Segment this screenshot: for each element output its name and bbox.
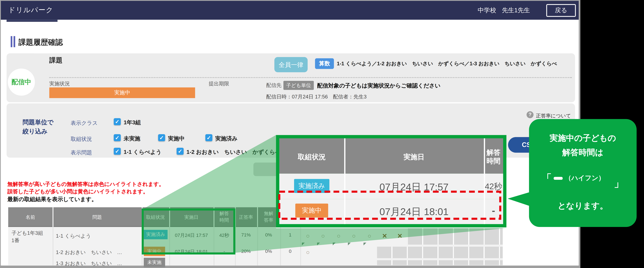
screenshot-stage: ドリルパーク 中学校 先生1先生 戻る 課題履歴確認 配信中 課題 実施状況 実…	[0, 0, 644, 268]
bubble-tail	[508, 192, 530, 206]
bubble-line-2: 解答時間は	[529, 147, 636, 158]
hyphen-label: （ハイフン）	[565, 174, 605, 183]
annotation-bubble: 実施中の子どもの 解答時間は 「 （ハイフン） 」 となります。	[529, 119, 636, 227]
bubble-line-4: となります。	[529, 200, 636, 211]
bubble-line-1: 実施中の子どもの	[529, 133, 636, 144]
bracket-open: 「	[542, 172, 552, 185]
bracket-close: 」	[614, 176, 624, 190]
hyphen-icon	[554, 177, 563, 180]
